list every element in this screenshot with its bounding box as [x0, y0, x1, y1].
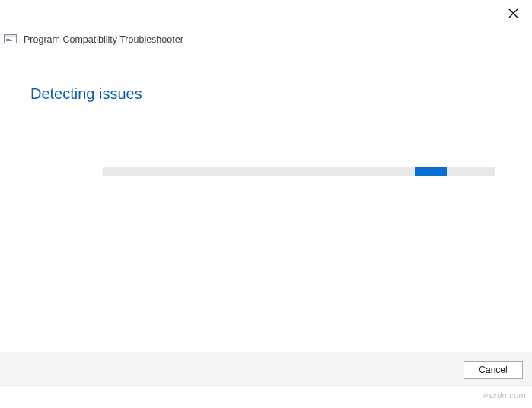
- svg-rect-5: [6, 40, 12, 41]
- window-header: Program Compatibility Troubleshooter: [0, 0, 532, 44]
- dialog-footer: Cancel: [0, 352, 532, 387]
- close-icon: [508, 8, 518, 18]
- progress-indicator: [415, 167, 447, 176]
- window-title: Program Compatibility Troubleshooter: [24, 34, 183, 45]
- content-area: Detecting issues: [0, 44, 532, 176]
- svg-rect-4: [6, 39, 10, 40]
- troubleshooter-icon: [4, 33, 17, 46]
- svg-rect-3: [5, 34, 17, 37]
- cancel-button[interactable]: Cancel: [464, 361, 523, 379]
- watermark-text: wsxdn.com: [482, 390, 526, 400]
- page-heading: Detecting issues: [30, 85, 502, 103]
- progress-bar: [103, 167, 495, 176]
- close-button[interactable]: [505, 5, 521, 21]
